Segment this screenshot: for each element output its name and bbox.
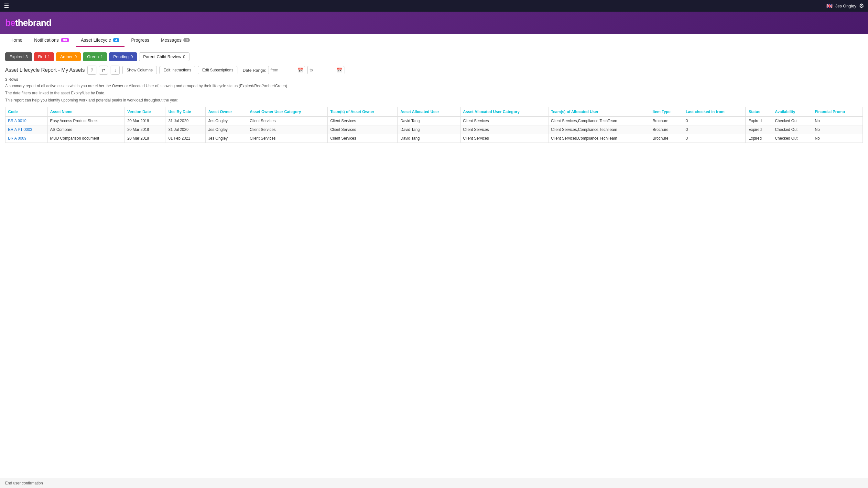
row3-allocated-user: David Tang <box>398 134 461 143</box>
row1-code[interactable]: BR A 0010 <box>8 119 27 123</box>
row2-allocated-user: David Tang <box>398 125 461 134</box>
edit-instructions-button[interactable]: Edit Instructions <box>159 66 195 74</box>
filter-amber[interactable]: Amber 0 <box>56 52 81 61</box>
top-bar: ☰ 🇬🇧 Jes Ongley ⚙ <box>0 0 868 12</box>
row3-asset-name: MUD Comparison document <box>48 134 125 143</box>
row1-allocated-category: Client Services <box>460 117 548 125</box>
help-button[interactable]: ? <box>87 66 96 75</box>
date-to-input[interactable]: 📅 <box>307 66 344 74</box>
row2-status: Expired <box>746 125 772 134</box>
row2-version-date: 20 Mar 2018 <box>125 125 165 134</box>
notifications-badge: 80 <box>61 38 69 42</box>
row1-teams-owner: Client Services <box>328 117 398 125</box>
report-description-2: The date filters are linked to the asset… <box>5 90 863 96</box>
row2-availability: Checked Out <box>772 125 812 134</box>
flag-icon: 🇬🇧 <box>826 3 833 9</box>
col-financial-promo: Financial Promo <box>812 107 863 117</box>
row1-version-date: 20 Mar 2018 <box>125 117 165 125</box>
report-title: Asset Lifecycle Report - My Assets <box>5 67 85 73</box>
row3-financial-promo: No <box>812 134 863 143</box>
tab-asset-lifecycle[interactable]: Asset Lifecycle 4 <box>76 34 125 47</box>
col-availability: Availability <box>772 107 812 117</box>
report-description-3: This report can help you identify upcomi… <box>5 97 863 103</box>
row2-teams-allocated: Client Services,Compliance,TechTeam <box>548 125 650 134</box>
tab-messages[interactable]: Messages 0 <box>156 34 195 47</box>
row2-last-checked: 0 <box>683 125 746 134</box>
hamburger-icon[interactable]: ☰ <box>4 2 9 9</box>
show-columns-button[interactable]: Show Columns <box>122 66 157 74</box>
row2-use-by-date: 31 Jul 2020 <box>165 125 205 134</box>
row2-allocated-category: Client Services <box>460 125 548 134</box>
row1-use-by-date: 31 Jul 2020 <box>165 117 205 125</box>
row3-teams-allocated: Client Services,Compliance,TechTeam <box>548 134 650 143</box>
table-row: BR A 0009 MUD Comparison document 20 Mar… <box>5 134 863 143</box>
col-use-by-date: Use By Date <box>165 107 205 117</box>
filter-expired[interactable]: Expired 3 <box>5 52 32 61</box>
col-asset-owner-user-category: Asset Owner User Category <box>247 107 328 117</box>
tab-progress[interactable]: Progress <box>126 34 154 47</box>
row1-last-checked: 0 <box>683 117 746 125</box>
table-header-row: Code Asset Name Version Date Use By Date… <box>5 107 863 117</box>
table-head: Code Asset Name Version Date Use By Date… <box>5 107 863 117</box>
filter-green[interactable]: Green 1 <box>83 52 107 61</box>
date-to-field[interactable] <box>309 68 335 72</box>
row2-asset-owner: Jes Ongley <box>206 125 247 134</box>
row1-asset-name: Easy Access Product Sheet <box>48 117 125 125</box>
row2-financial-promo: No <box>812 125 863 134</box>
col-last-checked-in: Last checked in from <box>683 107 746 117</box>
calendar-from-icon[interactable]: 📅 <box>298 68 303 73</box>
row3-code[interactable]: BR A 0009 <box>8 136 27 140</box>
col-version-date: Version Date <box>125 107 165 117</box>
filter-toggle-button[interactable]: ⇄ <box>99 66 108 75</box>
report-header: Asset Lifecycle Report - My Assets ? ⇄ ↓… <box>5 66 863 75</box>
content-area: Expired 3 Red 1 Amber 0 Green 1 Pending … <box>0 47 868 148</box>
row1-item-type: Brochure <box>650 117 683 125</box>
row3-use-by-date: 01 Feb 2021 <box>165 134 205 143</box>
row3-teams-owner: Client Services <box>328 134 398 143</box>
calendar-to-icon[interactable]: 📅 <box>337 68 342 73</box>
filter-bar: Expired 3 Red 1 Amber 0 Green 1 Pending … <box>5 52 863 61</box>
date-range-group: Date Range: 📅 📅 <box>243 66 344 74</box>
row2-code[interactable]: BR A P1 0003 <box>8 127 32 132</box>
row1-owner-category: Client Services <box>247 117 328 125</box>
table-row: BR A 0010 Easy Access Product Sheet 20 M… <box>5 117 863 125</box>
col-item-type: Item Type <box>650 107 683 117</box>
report-description-1: A summary report of all active assets wh… <box>5 83 863 89</box>
row1-status: Expired <box>746 117 772 125</box>
filter-parent-child[interactable]: Parent Child Review 0 <box>139 52 189 61</box>
col-asset-name: Asset Name <box>48 107 125 117</box>
date-range-label: Date Range: <box>243 68 266 73</box>
row1-availability: Checked Out <box>772 117 812 125</box>
filter-icon: ⇄ <box>101 68 105 73</box>
tab-home[interactable]: Home <box>5 34 28 47</box>
row3-owner-category: Client Services <box>247 134 328 143</box>
date-from-input[interactable]: 📅 <box>268 66 305 74</box>
col-asset-allocated-user: Asset Allocated User <box>398 107 461 117</box>
table-body: BR A 0010 Easy Access Product Sheet 20 M… <box>5 117 863 143</box>
row3-availability: Checked Out <box>772 134 812 143</box>
filter-red[interactable]: Red 1 <box>34 52 54 61</box>
tab-notifications[interactable]: Notifications 80 <box>29 34 74 47</box>
messages-badge: 0 <box>183 38 190 42</box>
row2-teams-owner: Client Services <box>328 125 398 134</box>
rows-count: 3 Rows <box>5 77 863 82</box>
help-icon: ? <box>91 68 93 73</box>
row1-allocated-user: David Tang <box>398 117 461 125</box>
edit-subscriptions-button[interactable]: Edit Subscriptions <box>198 66 237 74</box>
download-button[interactable]: ↓ <box>111 66 120 75</box>
report-table-wrapper: Code Asset Name Version Date Use By Date… <box>5 107 863 143</box>
filter-pending[interactable]: Pending 0 <box>109 52 137 61</box>
row3-version-date: 20 Mar 2018 <box>125 134 165 143</box>
row1-asset-owner: Jes Ongley <box>206 117 247 125</box>
col-status: Status <box>746 107 772 117</box>
col-code: Code <box>5 107 48 117</box>
date-from-field[interactable] <box>270 68 296 72</box>
brand-bar: bethebrand <box>0 12 868 34</box>
download-icon: ↓ <box>114 68 117 73</box>
row2-item-type: Brochure <box>650 125 683 134</box>
gear-icon[interactable]: ⚙ <box>859 2 864 9</box>
table-row: BR A P1 0003 AS Compare 20 Mar 2018 31 J… <box>5 125 863 134</box>
row3-status: Expired <box>746 134 772 143</box>
top-bar-right: 🇬🇧 Jes Ongley ⚙ <box>826 2 864 9</box>
row3-allocated-category: Client Services <box>460 134 548 143</box>
